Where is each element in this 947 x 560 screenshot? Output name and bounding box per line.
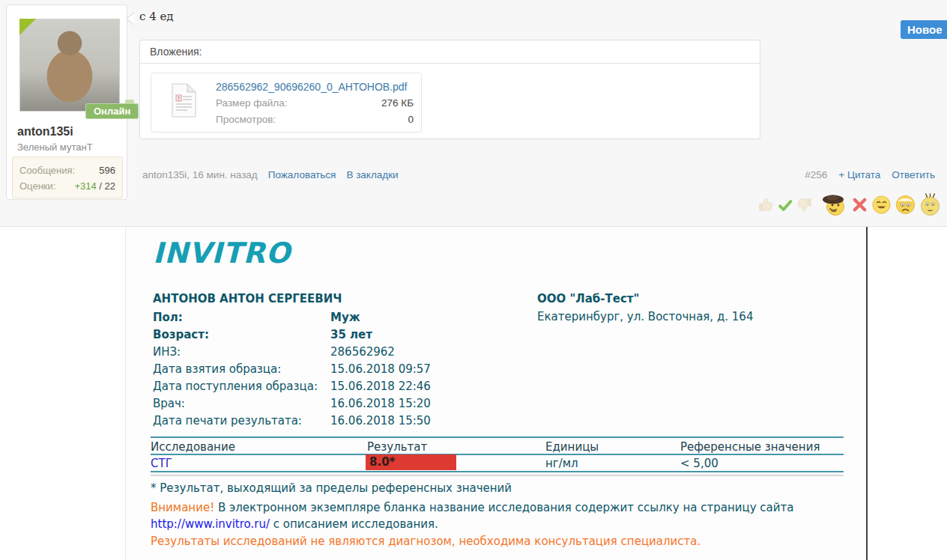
- avatar[interactable]: [19, 19, 120, 112]
- bookmark-link[interactable]: В закладки: [346, 169, 398, 180]
- attachment-file-card: T 286562962_90696260_0_АНТОНОВ.pdf Разме…: [151, 73, 422, 133]
- table-header-reference: Референсные значения: [680, 440, 820, 454]
- out-of-range-footnote: * Результат, выходящий за пределы рефере…: [151, 481, 512, 495]
- svg-text:T: T: [177, 96, 181, 102]
- report-link[interactable]: Пожаловаться: [268, 169, 336, 180]
- attention-suffix: с описанием исследования.: [270, 517, 438, 531]
- table-header-units: Единицы: [545, 440, 599, 454]
- user-title: Зеленый мутанТ: [17, 141, 93, 153]
- file-views-row: Просмотров: 0: [216, 112, 414, 128]
- username-link[interactable]: anton135i: [17, 125, 73, 139]
- user-info-card: Онлайн anton135i Зеленый мутанТ Сообщени…: [6, 4, 127, 200]
- online-status-badge: Онлайн: [85, 103, 139, 119]
- rating-rest: / 22: [97, 180, 115, 192]
- new-post-badge[interactable]: Новое: [901, 20, 947, 39]
- disclaimer-note: Результаты исследований не являются диаг…: [151, 535, 701, 548]
- check-icon[interactable]: [777, 197, 793, 213]
- test-name-cell: СТГ: [151, 457, 172, 470]
- info-row-doctor: Врач:16.06.2018 15:20: [153, 397, 632, 410]
- user-stats-panel: Сообщения: 596 Оценки: +314 / 22: [12, 156, 123, 198]
- table-rule-shadow: [151, 475, 844, 476]
- reply-link[interactable]: Ответить: [892, 169, 935, 180]
- table-rule-middle: [151, 454, 844, 455]
- info-row-sex: Пол:Муж: [153, 311, 632, 324]
- info-row-sample-taken: Дата взятия образца:15.06.2018 09:57: [153, 362, 632, 376]
- forum-page: Онлайн anton135i Зеленый мутанТ Сообщени…: [0, 0, 947, 560]
- table-rule-top: [151, 436, 844, 438]
- crazy-smiley-icon[interactable]: [919, 193, 941, 216]
- stat-ratings: Оценки: +314 / 22: [19, 178, 115, 194]
- attachments-header: Вложения:: [140, 40, 760, 64]
- invitro-url-text: http://www.invitro.ru/: [151, 517, 270, 531]
- thumbs-up-icon[interactable]: [758, 197, 774, 213]
- table-header-result: Результат: [367, 440, 427, 454]
- post-footer-left: anton135i, 16 мин. назад Пожаловаться В …: [142, 169, 399, 180]
- info-row-sample-received: Дата поступления образца:15.06.2018 22:4…: [153, 380, 632, 393]
- attention-text: В электронном экземпляре бланка название…: [214, 501, 793, 514]
- worried-smiley-icon[interactable]: [895, 194, 916, 216]
- attention-prefix: Внимание!: [151, 501, 214, 514]
- quote-link[interactable]: + Цитата: [838, 169, 880, 180]
- red-x-icon[interactable]: [851, 196, 868, 213]
- lab-org-name: ООО "Лаб-Тест": [537, 292, 639, 305]
- patient-name: АНТОНОВ АНТОН СЕРГЕЕВИЧ: [153, 292, 342, 305]
- stat-messages: Сообщения: 596: [19, 162, 115, 178]
- attention-note: Внимание! В электронном экземпляре бланк…: [151, 499, 825, 532]
- rating-positive: +314: [74, 180, 96, 192]
- attachments-box: Вложения: T 286562: [139, 40, 760, 139]
- attachment-file-link[interactable]: 286562962_90696260_0_АНТОНОВ.pdf: [216, 79, 414, 95]
- laugh-smiley-icon[interactable]: [871, 195, 892, 215]
- info-row-age: Возраст:35 лет: [153, 328, 632, 341]
- info-row-print-date: Дата печати результата:16.06.2018 15:50: [153, 414, 632, 427]
- invitro-logo: INVITRO: [153, 237, 291, 270]
- beret-smiley-icon[interactable]: [821, 194, 848, 216]
- message-bubble-arrow: [126, 12, 134, 25]
- table-rule-bottom: [151, 471, 844, 472]
- info-row-inz: ИНЗ:286562962: [153, 345, 632, 359]
- file-size-row: Размер файла: 276 КБ: [216, 95, 414, 112]
- lab-result-document-image[interactable]: INVITRO АНТОНОВ АНТОН СЕРГЕЕВИЧ ООО "Лаб…: [125, 227, 868, 560]
- table-header-test: Исследование: [151, 440, 235, 454]
- reference-cell: < 5,00: [680, 457, 718, 470]
- units-cell: нг/мл: [545, 457, 578, 470]
- post-number-link[interactable]: #256: [805, 169, 827, 180]
- thumbs-down-icon[interactable]: [796, 197, 812, 213]
- post-footer-right: #256 + Цитата Ответить: [805, 169, 935, 180]
- post-byline: anton135i, 16 мин. назад: [142, 169, 258, 180]
- pdf-file-icon: T: [171, 83, 196, 121]
- post-ratings-bar: [758, 193, 941, 216]
- post-message-text: с 4 ед: [139, 10, 174, 23]
- result-value-flagged: 8.0*: [366, 454, 456, 470]
- forum-post: Онлайн anton135i Зеленый мутанТ Сообщени…: [0, 0, 947, 227]
